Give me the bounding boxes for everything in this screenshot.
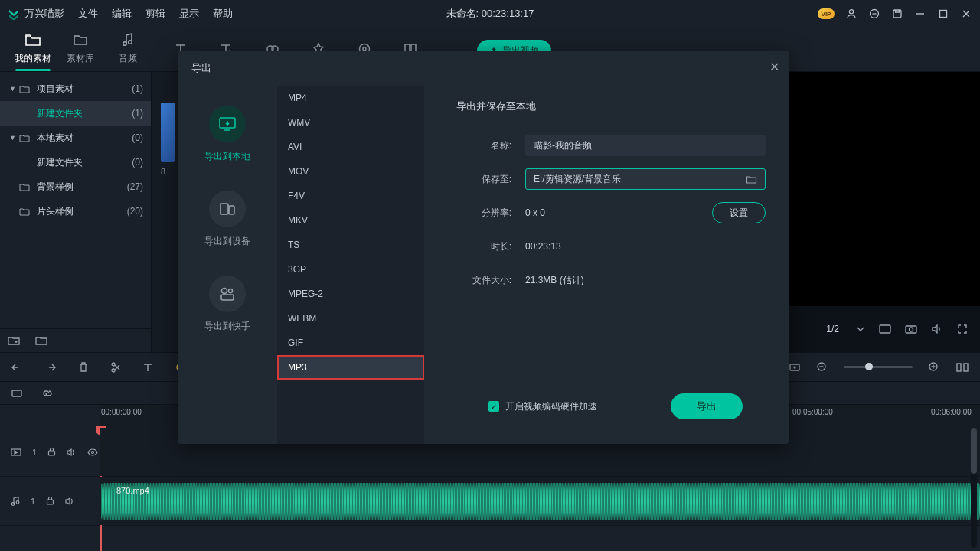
dest-local[interactable]: 导出到本地: [204, 99, 250, 169]
format-avi[interactable]: AVI: [277, 135, 424, 159]
chevron-down-icon[interactable]: [856, 324, 865, 334]
menu-clip[interactable]: 剪辑: [145, 7, 165, 21]
export-button[interactable]: 导出: [671, 393, 743, 419]
audio-track-icon: [11, 496, 20, 506]
new-folder-icon[interactable]: [8, 335, 20, 346]
lock-icon[interactable]: [47, 447, 56, 457]
folder-icon: [19, 84, 31, 93]
format-mp3[interactable]: MP3: [277, 355, 424, 380]
open-folder-icon[interactable]: [35, 335, 47, 346]
fullscreen-icon[interactable]: [957, 324, 968, 334]
folder-icon: [19, 133, 31, 142]
svg-rect-33: [229, 206, 234, 214]
timeline-scrollbar[interactable]: [971, 428, 977, 548]
audio-track: 1 870.mp4: [0, 477, 980, 526]
format-f4v[interactable]: F4V: [277, 184, 424, 208]
zoom-slider[interactable]: [844, 366, 913, 368]
svg-point-35: [229, 289, 233, 293]
dest-device[interactable]: 导出到设备: [204, 184, 250, 254]
kuaishou-icon: [209, 276, 246, 312]
marker-icon[interactable]: [789, 362, 801, 373]
app-name: 万兴喵影: [24, 7, 64, 21]
svg-point-19: [794, 367, 795, 368]
app-logo-icon: [8, 8, 20, 20]
sidebar-item-local-media[interactable]: ▼ 本地素材 (0): [0, 126, 151, 150]
format-ts[interactable]: TS: [277, 233, 424, 257]
svg-point-14: [910, 328, 913, 331]
close-icon[interactable]: ✕: [769, 60, 779, 74]
hw-accel-checkbox[interactable]: ✓ 开启视频编码硬件加速: [488, 400, 597, 413]
link-icon[interactable]: [41, 388, 54, 399]
tab-stock[interactable]: 素材库: [57, 27, 104, 71]
format-mpeg2[interactable]: MPEG-2: [277, 282, 424, 306]
vip-badge[interactable]: VIP: [818, 8, 835, 19]
sidebar-item-intro-samples[interactable]: 片头样例 (20): [0, 199, 151, 223]
folder-icon[interactable]: [746, 174, 757, 184]
quality-icon[interactable]: [879, 324, 891, 334]
chevron-down-icon: ▼: [9, 134, 17, 142]
timeline-body: 1 1 870.mp4: [0, 428, 980, 551]
close-button[interactable]: [960, 8, 972, 20]
zoom-fraction[interactable]: 1/2: [826, 324, 839, 334]
window-controls: VIP: [818, 8, 972, 20]
redo-icon[interactable]: [44, 362, 57, 373]
path-input[interactable]: E:/剪辑资源/背景音乐: [525, 168, 766, 190]
svg-rect-32: [220, 204, 228, 214]
format-wmv[interactable]: WMV: [277, 110, 424, 135]
format-webm[interactable]: WEBM: [277, 306, 424, 331]
svg-rect-36: [221, 295, 234, 300]
tab-my-media[interactable]: 我的素材: [9, 27, 57, 71]
tab-audio[interactable]: 音频: [104, 27, 152, 71]
filesize-value: 21.3MB (估计): [525, 274, 584, 287]
svg-point-15: [112, 363, 115, 366]
eye-icon[interactable]: [87, 448, 98, 456]
menu-view[interactable]: 显示: [179, 7, 199, 21]
format-mkv[interactable]: MKV: [277, 208, 424, 233]
svg-rect-2: [893, 10, 901, 18]
account-icon[interactable]: [845, 8, 858, 20]
delete-icon[interactable]: [78, 361, 89, 373]
snapshot-icon[interactable]: [905, 324, 917, 334]
menu-help[interactable]: 帮助: [213, 7, 233, 21]
format-mov[interactable]: MOV: [277, 159, 424, 184]
format-mp4[interactable]: MP4: [277, 86, 424, 110]
message-icon[interactable]: [868, 8, 880, 20]
zoom-in-icon[interactable]: [928, 361, 940, 373]
settings-button[interactable]: 设置: [712, 202, 766, 223]
mute-icon[interactable]: [65, 497, 75, 506]
maximize-button[interactable]: [937, 8, 949, 20]
zoom-out-icon[interactable]: [816, 361, 828, 373]
monitor-download-icon: [209, 106, 246, 142]
mute-icon[interactable]: [67, 448, 77, 457]
menu-edit[interactable]: 编辑: [112, 7, 132, 21]
media-thumbnail[interactable]: [161, 103, 175, 162]
name-input[interactable]: 喵影-我的音频: [525, 135, 766, 156]
audio-icon: [121, 29, 135, 51]
minimize-button[interactable]: [914, 8, 926, 20]
format-gif[interactable]: GIF: [277, 331, 424, 355]
volume-icon[interactable]: [931, 324, 943, 334]
undo-icon[interactable]: [11, 362, 23, 373]
audio-clip[interactable]: 870.mp4: [101, 483, 980, 520]
sidebar-item-new-folder-1[interactable]: 新建文件夹 (1): [0, 101, 151, 126]
sidebar-item-bg-samples[interactable]: 背景样例 (27): [0, 174, 151, 199]
stock-icon: [72, 29, 89, 51]
dest-kuaishou[interactable]: 导出到快手: [204, 269, 250, 339]
checkmark-icon: ✓: [488, 401, 499, 412]
sidebar-item-new-folder-2[interactable]: 新建文件夹 (0): [0, 150, 151, 174]
lock-icon[interactable]: [46, 496, 54, 506]
menu-file[interactable]: 文件: [78, 7, 98, 21]
sidebar-item-project-media[interactable]: ▼ 项目素材 (1): [0, 77, 151, 101]
svg-rect-22: [957, 364, 961, 371]
format-3gp[interactable]: 3GP: [277, 257, 424, 282]
record-icon[interactable]: [11, 388, 23, 399]
dialog-title: 导出: [178, 51, 789, 86]
export-dialog: 导出 ✕ 导出到本地 导出到设备 导出到快手 MP4 WMV AVI MOV F…: [178, 51, 789, 444]
audio-track-lane[interactable]: 870.mp4: [100, 477, 980, 525]
svg-rect-12: [880, 325, 890, 333]
svg-point-0: [849, 10, 853, 14]
text-icon[interactable]: [142, 362, 153, 373]
save-icon[interactable]: [891, 8, 903, 20]
split-icon[interactable]: [110, 361, 121, 373]
fit-icon[interactable]: [956, 362, 969, 373]
